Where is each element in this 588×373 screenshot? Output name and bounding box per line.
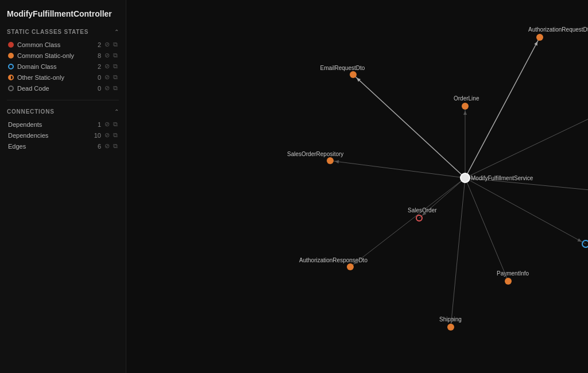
graph-node[interactable]: ModifyFulfillmentController	[582, 239, 588, 252]
legend-dot	[8, 42, 14, 48]
legend-item: Other Static-only0⊘⧉	[7, 73, 119, 81]
graph-node[interactable]: EmailRequestDto	[320, 65, 365, 78]
graph-arrow	[463, 111, 467, 115]
legend-item: Domain Class2⊘⧉	[7, 63, 119, 70]
graph-svg: ModifyFulfillmentServiceAuthorizationReq…	[126, 0, 588, 373]
static-classes-section-header: STATIC CLASSES STATES ⌃	[7, 29, 119, 35]
legend-label: Common Static-only	[17, 52, 74, 59]
legend-dot	[8, 86, 14, 91]
graph-edge	[330, 161, 465, 178]
graph-node[interactable]: AuthorizationResponseDto	[299, 257, 368, 270]
graph-edge	[465, 115, 588, 178]
node-label: SalesOrderRepository	[287, 151, 343, 157]
graph-node[interactable]: SalesOrderRepository	[287, 151, 343, 164]
node-label: EmailRequestDto	[320, 65, 365, 71]
graph-node[interactable]: OrderLine	[454, 95, 479, 110]
legend-copy-icon[interactable]: ⧉	[113, 73, 118, 81]
graph-edge	[419, 178, 465, 218]
legend-dot	[8, 53, 14, 59]
connection-copy-icon[interactable]: ⧉	[113, 142, 118, 150]
section-divider	[7, 100, 119, 100]
connection-item: Dependents1⊘⧉	[7, 121, 119, 128]
connection-hide-icon[interactable]: ⊘	[105, 142, 110, 150]
legend-label: Common Class	[17, 41, 60, 48]
legend-item: Common Static-only8⊘⧉	[7, 52, 119, 59]
legend-label: Other Static-only	[17, 74, 64, 81]
connection-copy-icon[interactable]: ⧉	[113, 131, 118, 139]
connection-count: 10	[93, 132, 101, 139]
static-classes-chevron[interactable]: ⌃	[114, 29, 119, 35]
legend-dot	[8, 75, 14, 80]
connection-count: 1	[93, 121, 101, 128]
graph-arrow	[450, 318, 453, 323]
connections-label: CONNECTIONS	[7, 108, 55, 115]
connection-copy-icon[interactable]: ⧉	[113, 121, 118, 128]
legend-copy-icon[interactable]: ⧉	[113, 63, 118, 70]
graph-edge	[353, 75, 465, 178]
legend-count: 0	[93, 74, 101, 81]
legend-dot	[8, 64, 14, 69]
connections-list: Dependents1⊘⧉Dependencies10⊘⧉Edges6⊘⧉	[7, 121, 119, 150]
svg-point-2	[350, 71, 357, 78]
page-title: ModifyFulfillmentController	[7, 9, 119, 18]
legend-copy-icon[interactable]: ⧉	[113, 52, 118, 59]
legend-label: Domain Class	[17, 63, 56, 70]
node-label: ModifyFulfillmentService	[471, 175, 533, 181]
connection-label: Dependencies	[8, 132, 48, 139]
svg-point-11	[447, 324, 454, 331]
connection-hide-icon[interactable]: ⊘	[105, 121, 110, 128]
connection-label: Dependents	[8, 121, 42, 128]
legend-item: Dead Code0⊘⧉	[7, 84, 119, 92]
svg-point-9	[347, 263, 354, 270]
legend-label: Dead Code	[17, 85, 49, 92]
node-label: PaymentInfo	[497, 270, 529, 277]
graph-area: ModifyFulfillmentServiceAuthorizationReq…	[126, 0, 588, 373]
svg-point-5	[327, 157, 334, 164]
legend-hide-icon[interactable]: ⊘	[105, 63, 110, 70]
legend-item: Common Class2⊘⧉	[7, 41, 119, 48]
connection-label: Edges	[8, 143, 26, 150]
graph-arrow	[335, 160, 339, 164]
legend-copy-icon[interactable]: ⧉	[113, 41, 118, 48]
svg-point-10	[505, 278, 512, 285]
connection-item: Dependencies10⊘⧉	[7, 131, 119, 139]
graph-edge	[465, 178, 588, 195]
graph-edge	[465, 37, 540, 178]
graph-arrow	[354, 260, 358, 264]
connections-section-header: CONNECTIONS ⌃	[7, 108, 119, 115]
svg-point-8	[582, 240, 588, 247]
legend-hide-icon[interactable]: ⊘	[105, 41, 110, 48]
legend-copy-icon[interactable]: ⧉	[113, 84, 118, 92]
graph-edge	[465, 178, 508, 281]
svg-point-1	[536, 34, 543, 41]
sidebar: ModifyFulfillmentController STATIC CLASS…	[0, 0, 126, 373]
connection-hide-icon[interactable]: ⊘	[105, 131, 110, 139]
legend-hide-icon[interactable]: ⊘	[105, 84, 110, 92]
graph-node[interactable]: Shipping	[439, 316, 462, 331]
node-label: AuthorizationRequestDto	[528, 26, 588, 33]
node-label: SalesOrder	[408, 207, 437, 213]
legend-hide-icon[interactable]: ⊘	[105, 52, 110, 59]
static-classes-label: STATIC CLASSES STATES	[7, 29, 88, 35]
legend-list: Common Class2⊘⧉Common Static-only8⊘⧉Doma…	[7, 41, 119, 92]
legend-count: 2	[93, 63, 101, 70]
graph-edge	[451, 178, 465, 327]
legend-hide-icon[interactable]: ⊘	[105, 73, 110, 81]
svg-point-0	[461, 173, 470, 182]
graph-node[interactable]: AuthorizationRequestDto	[528, 26, 588, 41]
svg-point-3	[462, 103, 469, 110]
legend-count: 2	[93, 41, 101, 48]
connection-item: Edges6⊘⧉	[7, 142, 119, 150]
connection-count: 6	[93, 143, 101, 150]
graph-edge	[350, 178, 465, 267]
svg-point-7	[416, 215, 422, 221]
node-label: OrderLine	[454, 95, 479, 102]
graph-node[interactable]: PaymentInfo	[497, 270, 529, 285]
legend-count: 8	[93, 52, 101, 59]
legend-count: 0	[93, 85, 101, 92]
connections-chevron[interactable]: ⌃	[114, 108, 119, 115]
